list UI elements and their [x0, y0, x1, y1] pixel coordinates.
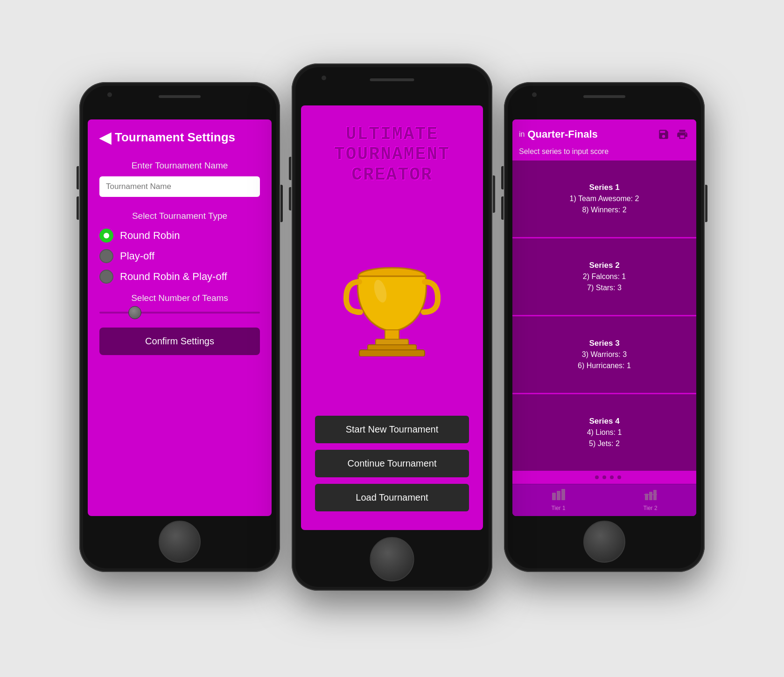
confirm-settings-button[interactable]: Confirm Settings: [99, 328, 260, 355]
right-screen: in Quarter-Finals: [512, 119, 696, 516]
dot-4: [610, 475, 614, 479]
right-home-button[interactable]: [583, 521, 625, 563]
center-speaker: [370, 78, 414, 81]
center-vol-down: [289, 187, 291, 210]
radio-round-robin[interactable]: Round Robin: [99, 229, 260, 243]
app-title-line1: ULTIMATE: [334, 124, 450, 145]
right-header-title: Quarter-Finals: [527, 128, 597, 140]
svg-rect-4: [359, 350, 425, 356]
select-type-label: Select Tournament Type: [99, 211, 260, 221]
tournament-name-input[interactable]: [99, 176, 260, 197]
print-icon[interactable]: [675, 127, 690, 142]
radio-rr-playoff-label: Round Robin & Play-off: [120, 271, 227, 283]
svg-rect-6: [552, 493, 556, 500]
series-item-2[interactable]: Series 2 2) Falcons: 1 7) Stars: 3: [512, 238, 696, 315]
back-arrow-icon[interactable]: ◀: [99, 129, 111, 147]
right-phone: in Quarter-Finals: [504, 82, 705, 572]
save-icon[interactable]: [656, 127, 671, 142]
page-dots: [512, 471, 696, 484]
center-screen-content: ULTIMATE TOURNAMENT CREATOR: [301, 105, 483, 530]
center-home-button[interactable]: [370, 537, 414, 581]
tier-2-icon: [644, 489, 657, 503]
teams-slider[interactable]: [99, 312, 260, 314]
series-4-title: Series 4: [589, 415, 619, 427]
trophy-icon: [341, 244, 443, 356]
center-screen: ULTIMATE TOURNAMENT CREATOR: [301, 105, 483, 530]
radio-rr-playoff-circle: [99, 270, 113, 284]
series-3-line1: 3) Warriors: 3: [582, 349, 627, 360]
svg-rect-10: [649, 492, 652, 500]
right-camera: [532, 92, 537, 97]
right-vol-up: [501, 166, 504, 189]
app-title: ULTIMATE TOURNAMENT CREATOR: [334, 124, 450, 185]
svg-rect-8: [561, 489, 565, 500]
series-3-line2: 6) Hurricanes: 1: [578, 360, 631, 371]
radio-rr-playoff[interactable]: Round Robin & Play-off: [99, 270, 260, 284]
tab-tier-2-label: Tier 2: [643, 505, 657, 511]
dot-5: [617, 475, 621, 479]
series-item-1[interactable]: Series 1 1) Team Awesome: 2 8) Winners: …: [512, 161, 696, 237]
right-vol-down: [501, 196, 504, 220]
right-header-prefix: in: [519, 130, 525, 139]
series-4-line1: 4) Lions: 1: [587, 427, 622, 438]
continue-tournament-button[interactable]: Continue Tournament: [315, 450, 469, 477]
center-vol-up: [289, 157, 291, 180]
left-home-button[interactable]: [159, 521, 201, 563]
app-title-line3: CREATOR: [334, 165, 450, 185]
start-new-tournament-button[interactable]: Start New Tournament: [315, 416, 469, 443]
svg-rect-11: [653, 490, 657, 500]
series-item-4[interactable]: Series 4 4) Lions: 1 5) Jets: 2: [512, 394, 696, 471]
left-screen-content: ◀ Tournament Settings Enter Tournament N…: [88, 119, 272, 516]
series-1-title: Series 1: [589, 181, 619, 194]
slider-thumb[interactable]: [128, 306, 141, 319]
right-header: in Quarter-Finals: [512, 119, 696, 146]
left-vol-down: [77, 196, 79, 220]
center-camera: [322, 76, 326, 80]
svg-rect-7: [557, 491, 560, 500]
right-header-icons: [656, 127, 690, 142]
left-phone: ◀ Tournament Settings Enter Tournament N…: [79, 82, 280, 572]
left-camera: [107, 92, 112, 97]
right-subtitle: Select series to input score: [512, 146, 696, 161]
tab-tier-2[interactable]: Tier 2: [604, 484, 696, 516]
radio-playoff-circle: [99, 249, 113, 263]
app-title-line2: TOURNAMENT: [334, 144, 450, 165]
bottom-tabs: Tier 1 Tier 2: [512, 484, 696, 516]
scene: ◀ Tournament Settings Enter Tournament N…: [65, 35, 719, 642]
radio-round-robin-label: Round Robin: [120, 230, 180, 242]
right-power-btn: [705, 185, 707, 222]
radio-playoff-label: Play-off: [120, 250, 154, 262]
left-screen: ◀ Tournament Settings Enter Tournament N…: [88, 119, 272, 516]
left-power-btn: [280, 185, 283, 222]
load-tournament-button[interactable]: Load Tournament: [315, 484, 469, 511]
series-2-line2: 7) Stars: 3: [587, 282, 622, 293]
left-speaker: [159, 95, 201, 98]
series-1-line2: 8) Winners: 2: [582, 204, 626, 216]
series-3-title: Series 3: [589, 337, 619, 349]
series-2-line1: 2) Falcons: 1: [583, 271, 626, 282]
center-power-btn: [493, 175, 495, 213]
series-list: Series 1 1) Team Awesome: 2 8) Winners: …: [512, 161, 696, 471]
center-buttons: Start New Tournament Continue Tournament…: [315, 416, 469, 516]
enter-name-label: Enter Tournament Name: [99, 161, 260, 171]
select-teams-label: Select Number of Teams: [99, 293, 260, 303]
center-phone: ULTIMATE TOURNAMENT CREATOR: [292, 63, 492, 591]
radio-playoff[interactable]: Play-off: [99, 249, 260, 263]
trophy-container: [341, 185, 443, 416]
tab-tier-1[interactable]: Tier 1: [512, 484, 604, 516]
radio-round-robin-circle: [99, 229, 113, 243]
left-vol-up: [77, 166, 79, 189]
right-speaker: [583, 95, 625, 98]
series-2-title: Series 2: [589, 259, 619, 272]
right-screen-content: in Quarter-Finals: [512, 119, 696, 516]
svg-rect-1: [385, 330, 399, 340]
left-header: ◀ Tournament Settings: [99, 129, 260, 147]
tier-1-icon: [552, 489, 565, 503]
dot-3: [602, 475, 606, 479]
series-item-3[interactable]: Series 3 3) Warriors: 3 6) Hurricanes: 1: [512, 316, 696, 393]
dot-2: [595, 475, 599, 479]
left-header-title: Tournament Settings: [115, 130, 235, 145]
dot-1: [588, 475, 591, 479]
tab-tier-1-label: Tier 1: [551, 505, 565, 511]
series-1-line1: 1) Team Awesome: 2: [570, 193, 639, 204]
